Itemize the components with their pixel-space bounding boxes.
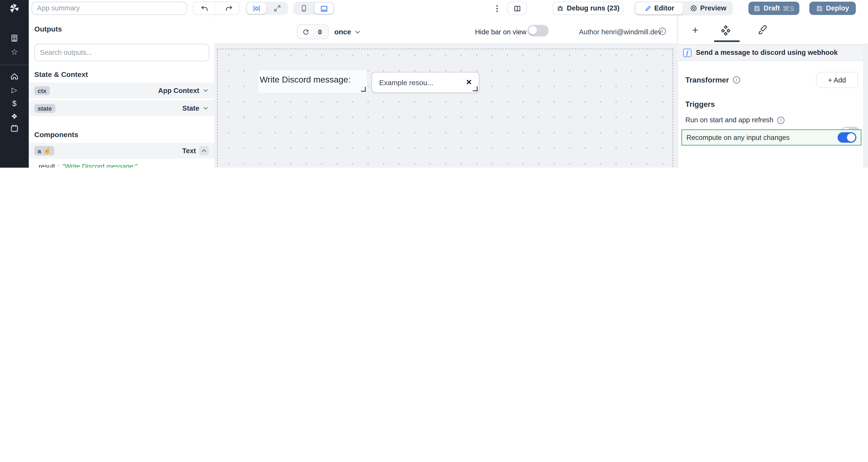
components-title: Components [34,131,79,139]
kebab-menu-icon[interactable]: ⋮ [493,3,501,14]
outputs-title: Outputs [34,25,62,33]
tab-preview[interactable]: Preview [684,2,732,14]
a-result-value: "Write Discord message:" [62,163,137,168]
hide-bar-toggle[interactable] [528,25,549,37]
text-component-value: Write Discord message: [259,75,350,85]
canvas-dashed-bounds [217,48,673,168]
docs-book-button[interactable] [507,2,527,15]
schedules-calendar-icon[interactable] [10,124,19,133]
windmill-logo[interactable] [0,0,29,16]
chevron-down-icon [354,29,361,35]
draft-shortcut: ⌘S [783,4,794,12]
author-label: Author henri@windmill.dev [579,28,661,36]
hide-bar-label: Hide bar on view [475,28,527,36]
refresh-icon[interactable] [299,26,313,38]
debug-runs-label: Debug runs (23) [567,4,619,12]
text-component[interactable]: Write Discord message: [258,70,367,93]
mobile-icon[interactable] [294,3,313,14]
frequency-select[interactable]: once [334,28,361,36]
chevron-up-icon[interactable] [199,146,209,156]
styling-brush-tab-icon[interactable] [757,24,768,35]
editor-preview-toggle: Editor Preview [634,1,733,16]
transformer-label: Transformeri [685,76,740,84]
home-icon[interactable] [10,72,19,81]
recompute-on-input-row: Recompute on any input changes [682,130,861,145]
resize-handle[interactable] [361,87,366,92]
search-outputs-input[interactable] [34,44,209,61]
fullscreen-icon[interactable] [268,3,287,14]
add-transformer-button[interactable]: + Add [816,72,858,88]
state-row[interactable]: state State [29,100,214,116]
dollar-icon[interactable]: $ [10,99,19,108]
triggers-title: Triggers [685,100,715,108]
recompute-on-input-toggle[interactable] [837,132,856,142]
state-context-title: State & Context [34,70,88,78]
windmill-app-editor: ☆ ▷ $ ❖ ⚙ ? → ⋮ Debug runs (23) Editor [0,0,868,168]
resize-handle[interactable] [473,86,478,91]
pointer-hand-icon: ☝ [43,147,51,155]
info-icon[interactable]: i [733,76,740,84]
center-layout-icon[interactable] [247,3,266,14]
refresh-count: 0 [313,28,327,36]
debug-runs-button[interactable]: Debug runs (23) [553,2,623,15]
active-tab-underline [714,40,740,42]
info-icon[interactable]: i [659,28,666,35]
refresh-count-pill: 0 [297,24,329,39]
component-a-row[interactable]: a☝ Text [29,143,214,159]
building-icon[interactable] [10,34,19,42]
run-on-start-label: Run on start and app refreshi [685,116,785,124]
resource-select-component[interactable]: Example resou... × [372,72,479,93]
chevron-down-icon[interactable] [203,87,209,93]
info-icon[interactable]: i [777,117,785,124]
device-toggle-group [293,2,334,15]
runs-play-icon[interactable]: ▷ [10,86,19,95]
function-icon: f [683,48,691,57]
undo-redo-group [193,2,240,15]
tab-editor[interactable]: Editor [636,2,683,14]
add-component-tab-icon[interactable]: + [690,26,701,36]
layout-toggle-group [246,2,288,15]
left-rail: ☆ ▷ $ ❖ ⚙ ? → [0,0,29,168]
clear-x-icon[interactable]: × [466,77,472,88]
draft-button[interactable]: Draft ⌘S [748,2,799,15]
star-icon[interactable]: ☆ [10,47,19,57]
redo-icon[interactable] [218,2,239,14]
desktop-icon[interactable] [314,3,333,14]
app-summary-input[interactable] [32,2,187,15]
ctx-row[interactable]: ctx App Context [29,82,214,99]
deploy-button[interactable]: Deploy [809,2,856,15]
resource-select-value: Example resou... [379,78,433,87]
scrollbar-track[interactable] [863,43,868,168]
resources-cubes-icon[interactable]: ❖ [10,112,19,121]
chevron-down-icon[interactable] [203,105,209,111]
selected-runnable-header: f Send a message to discord using webhoo… [677,44,868,61]
undo-icon[interactable] [194,2,215,14]
rail-divider [0,65,29,65]
ctx-badge: ctx [34,86,50,95]
state-badge: state [34,104,55,113]
component-settings-tab-icon[interactable] [720,24,732,37]
